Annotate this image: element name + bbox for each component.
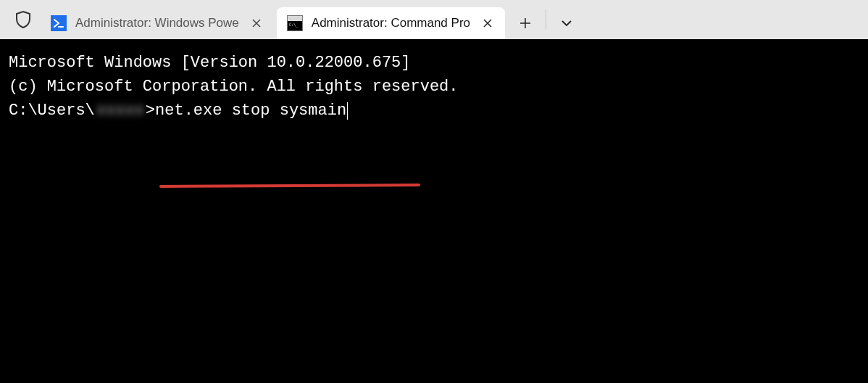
prompt-path: C:\Users\ <box>9 99 95 123</box>
close-icon[interactable] <box>248 15 265 32</box>
tab-title: Administrator: Command Pro <box>312 16 470 30</box>
close-icon[interactable] <box>479 15 496 32</box>
terminal-output[interactable]: Microsoft Windows [Version 10.0.22000.67… <box>0 39 868 383</box>
tab-dropdown-button[interactable] <box>549 7 584 39</box>
shield-icon <box>6 0 41 39</box>
terminal-line: Microsoft Windows [Version 10.0.22000.67… <box>9 51 859 75</box>
prompt-separator: > <box>146 99 155 123</box>
tab-command-prompt[interactable]: Administrator: Command Pro <box>277 7 505 39</box>
tab-powershell[interactable]: Administrator: Windows Powe <box>41 7 274 39</box>
tab-title: Administrator: Windows Powe <box>75 16 239 30</box>
annotation-underline <box>159 184 420 188</box>
divider <box>546 9 546 30</box>
prompt-username-obscured: xxxxx <box>95 99 146 123</box>
command-input[interactable]: net.exe stop sysmain <box>155 99 346 123</box>
terminal-prompt: C:\Users\xxxxx>net.exe stop sysmain <box>9 99 859 123</box>
tab-bar: Administrator: Windows Powe Administrato… <box>0 0 868 39</box>
powershell-icon <box>51 15 67 31</box>
new-tab-button[interactable] <box>508 7 543 39</box>
cmd-icon <box>287 15 303 31</box>
terminal-line: (c) Microsoft Corporation. All rights re… <box>9 75 859 99</box>
text-cursor <box>347 102 348 120</box>
